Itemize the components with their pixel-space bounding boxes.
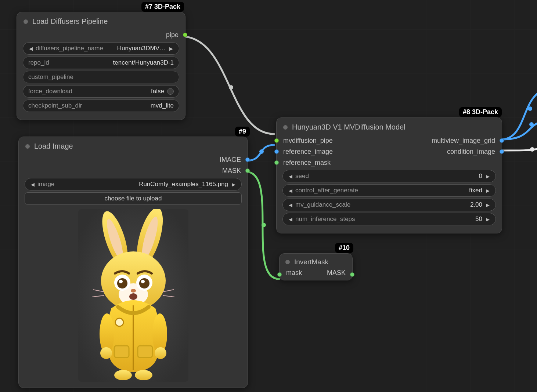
slot-label: pipe	[166, 31, 179, 39]
slot-label: mask	[286, 269, 302, 277]
badge-node-7: #7 3D-Pack	[141, 2, 184, 12]
port-in-mask[interactable]	[277, 272, 282, 277]
node-hunyuan3d-mvdiffusion[interactable]: Hunyuan3D V1 MVDiffusion Model mvdiffusi…	[276, 117, 502, 233]
node-header[interactable]: Load Image	[19, 137, 248, 154]
node-header[interactable]: InvertMask	[280, 254, 352, 269]
chevron-right-icon[interactable]: ▶	[485, 217, 490, 222]
widget-label: control_after_generate	[295, 187, 467, 194]
node-title: Hunyuan3D V1 MVDiffusion Model	[292, 123, 406, 131]
widget-value: mvd_lite	[151, 102, 174, 109]
slot-row-2: reference_image condition_image	[277, 146, 502, 157]
widget-num-inference-steps[interactable]: ◀ num_inference_steps 50 ▶	[282, 213, 496, 225]
port-out-mask[interactable]	[245, 168, 250, 173]
collapse-dot-icon[interactable]	[25, 144, 30, 149]
slot-label: multiview_image_grid	[432, 137, 495, 145]
widget-image-file[interactable]: ◀ image RunComfy_examples_1165.png ▶	[25, 178, 242, 190]
port-out-grid[interactable]	[500, 138, 504, 143]
port-in-image[interactable]	[274, 149, 279, 154]
widget-label: force_download	[28, 88, 72, 95]
widget-label: seed	[295, 173, 477, 180]
svg-point-4	[528, 106, 532, 111]
port-out-mask[interactable]	[350, 272, 354, 277]
chevron-left-icon[interactable]: ◀	[30, 182, 35, 187]
widget-value: 2.00	[470, 201, 482, 208]
widget-seed[interactable]: ◀ seed 0 ▶	[282, 170, 496, 182]
svg-point-20	[129, 293, 137, 300]
chevron-left-icon[interactable]: ◀	[288, 174, 293, 179]
widget-label: checkpoint_sub_dir	[28, 102, 82, 109]
preview-bunny-icon	[78, 209, 188, 382]
badge-node-9: #9	[235, 127, 250, 137]
widget-custom-pipeline[interactable]: custom_pipeline	[23, 71, 179, 83]
port-in-mask[interactable]	[274, 160, 279, 165]
slot-label: MASK	[327, 269, 346, 277]
chevron-right-icon[interactable]: ▶	[231, 182, 236, 187]
svg-point-1	[259, 149, 264, 154]
chevron-right-icon[interactable]: ▶	[485, 174, 490, 179]
port-out-cond[interactable]	[500, 149, 504, 154]
node-header[interactable]: Load Diffusers Pipeline	[17, 12, 185, 29]
node-load-diffusers-pipeline[interactable]: Load Diffusers Pipeline pipe ◀ diffusers…	[17, 12, 185, 120]
chevron-right-icon[interactable]: ▶	[485, 188, 490, 193]
widget-repo-id[interactable]: repo_id tencent/Hunyuan3D-1	[23, 57, 179, 69]
widget-label: diffusers_pipeline_name	[36, 45, 103, 52]
widget-value: Hunyuan3DMV…	[105, 45, 166, 52]
slot-label: condition_image	[447, 148, 495, 156]
node-load-image[interactable]: Load Image IMAGE MASK ◀ image RunComfy_e…	[18, 137, 248, 388]
node-header[interactable]: Hunyuan3D V1 MVDiffusion Model	[277, 118, 502, 135]
widget-value: 50	[475, 215, 482, 223]
upload-button[interactable]: choose file to upload	[25, 192, 242, 205]
collapse-dot-icon[interactable]	[285, 260, 290, 264]
svg-point-3	[529, 122, 534, 127]
svg-rect-24	[138, 346, 152, 357]
widget-value: false	[151, 88, 164, 95]
widget-value: RunComfy_examples_1165.png	[57, 181, 228, 188]
widget-label: mv_guidance_scale	[295, 201, 468, 208]
chevron-right-icon[interactable]: ▶	[169, 46, 174, 51]
chevron-left-icon[interactable]: ◀	[28, 46, 33, 51]
svg-point-0	[229, 85, 233, 90]
svg-point-17	[119, 280, 123, 283]
chevron-left-icon[interactable]: ◀	[288, 202, 293, 208]
widget-value: fixed	[469, 187, 482, 194]
port-out-pipe[interactable]	[183, 33, 187, 37]
slot-label: MASK	[222, 167, 241, 175]
slot-label: reference_mask	[283, 159, 331, 167]
svg-point-16	[139, 278, 149, 288]
widget-checkpoint-sub-dir[interactable]: checkpoint_sub_dir mvd_lite	[23, 99, 179, 112]
svg-rect-23	[114, 346, 129, 357]
widget-mv-guidance-scale[interactable]: ◀ mv_guidance_scale 2.00 ▶	[282, 199, 496, 211]
widget-diffusers-pipeline-name[interactable]: ◀ diffusers_pipeline_name Hunyuan3DMV… ▶	[23, 42, 179, 55]
chevron-left-icon[interactable]: ◀	[288, 188, 293, 193]
node-title: Load Diffusers Pipeline	[32, 17, 108, 26]
chevron-right-icon[interactable]: ▶	[485, 202, 490, 208]
slot-row: mask MASK	[280, 269, 352, 280]
svg-point-2	[262, 223, 266, 227]
node-title: Load Image	[34, 142, 73, 150]
svg-point-30	[135, 370, 152, 380]
chevron-left-icon[interactable]: ◀	[288, 217, 293, 222]
svg-point-28	[155, 347, 166, 359]
widget-force-download[interactable]: force_download false	[23, 85, 179, 98]
port-out-image[interactable]	[245, 157, 250, 162]
slot-label: reference_image	[283, 148, 333, 156]
svg-point-29	[114, 370, 132, 380]
collapse-dot-icon[interactable]	[283, 125, 288, 130]
svg-point-18	[141, 280, 145, 283]
svg-point-22	[115, 318, 123, 326]
port-in-pipe[interactable]	[274, 138, 279, 143]
node-invert-mask[interactable]: InvertMask mask MASK	[279, 253, 353, 280]
collapse-dot-icon[interactable]	[24, 19, 28, 24]
output-slot-image[interactable]: IMAGE	[19, 154, 248, 165]
slot-row-1: mvdiffusion_pipe multiview_image_grid	[277, 135, 502, 146]
output-slot-mask[interactable]: MASK	[19, 165, 248, 176]
toggle-icon[interactable]	[167, 88, 174, 95]
svg-point-15	[117, 278, 127, 288]
node-title: InvertMask	[294, 258, 328, 266]
badge-node-8: #8 3D-Pack	[459, 107, 502, 117]
button-label: choose file to upload	[105, 195, 162, 202]
svg-point-19	[131, 289, 136, 293]
output-slot-pipe[interactable]: pipe	[17, 29, 185, 40]
widget-control-after-generate[interactable]: ◀ control_after_generate fixed ▶	[282, 184, 496, 197]
widget-value: tencent/Hunyuan3D-1	[113, 59, 174, 66]
